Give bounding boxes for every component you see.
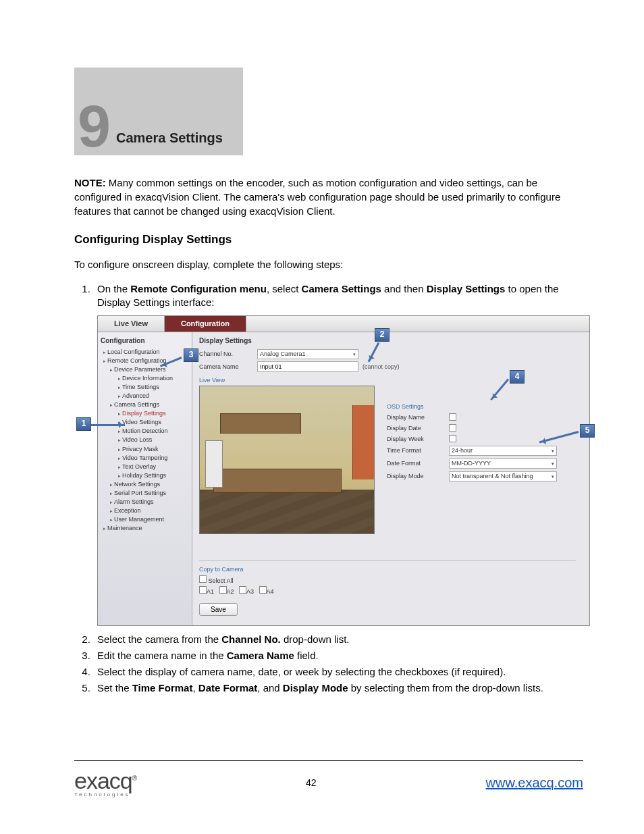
- tree-time-settings[interactable]: Time Settings: [101, 383, 189, 392]
- osd-header: OSD Settings: [387, 402, 583, 411]
- callout-5: 5: [580, 424, 595, 438]
- page-footer: exacq® Technologies 42 www.exacq.com: [74, 768, 583, 798]
- a4-checkbox[interactable]: [259, 586, 267, 594]
- callout-2: 2: [375, 328, 390, 342]
- section-heading: Configuring Display Settings: [74, 233, 583, 246]
- date-format-select[interactable]: MM-DD-YYYY: [449, 459, 557, 469]
- save-button[interactable]: Save: [199, 603, 238, 616]
- tab-live-view[interactable]: Live View: [98, 316, 165, 332]
- select-all-label: Select All: [209, 577, 234, 584]
- copy-to-camera-title: Copy to Camera: [199, 565, 576, 573]
- tree-display-settings[interactable]: Display Settings: [101, 409, 189, 418]
- tree-holiday-settings[interactable]: Holiday Settings: [101, 471, 189, 480]
- footer-url[interactable]: www.exacq.com: [486, 775, 584, 791]
- step-2: Select the camera from the Channel No. d…: [93, 633, 583, 646]
- display-week-checkbox[interactable]: [449, 435, 456, 442]
- camera-name-label: Camera Name: [199, 363, 257, 371]
- note-label: NOTE:: [74, 177, 106, 188]
- tree-exception[interactable]: Exception: [101, 506, 189, 515]
- config-tree: Configuration Local Configuration Remote…: [98, 332, 192, 625]
- tree-maintenance[interactable]: Maintenance: [101, 524, 189, 533]
- tree-video-loss[interactable]: Video Loss: [101, 436, 189, 444]
- live-view-subtitle: Live View: [199, 376, 583, 384]
- intro-text: To configure onscreen display, complete …: [74, 259, 583, 270]
- step-5: Set the Time Format, Date Format, and Di…: [93, 681, 583, 695]
- tab-bar: Live View Configuration: [98, 316, 589, 332]
- select-all-checkbox[interactable]: [199, 575, 207, 583]
- tree-local-config[interactable]: Local Configuration: [101, 348, 189, 357]
- page-number: 42: [306, 777, 317, 788]
- tree-video-tampering[interactable]: Video Tampering: [101, 454, 189, 463]
- copy-to-camera-section: Copy to Camera Select All A1 A2 A3 A4 Sa…: [199, 561, 576, 615]
- note-paragraph: NOTE: Many common settings on the encode…: [74, 176, 583, 218]
- tree-alarm-settings[interactable]: Alarm Settings: [101, 498, 189, 506]
- channel-no-select[interactable]: Analog Camera1: [257, 349, 358, 359]
- display-date-label: Display Date: [387, 424, 449, 432]
- tree-device-info[interactable]: Device Information: [101, 374, 189, 383]
- a2-checkbox[interactable]: [219, 586, 227, 594]
- a3-checkbox[interactable]: [239, 586, 246, 594]
- step-3: Edit the camera name in the Camera Name …: [93, 649, 583, 662]
- tree-camera-settings[interactable]: Camera Settings: [101, 400, 189, 409]
- tree-advanced[interactable]: Advanced: [101, 392, 189, 400]
- tree-user-management[interactable]: User Management: [101, 515, 189, 524]
- time-format-label: Time Format: [387, 446, 449, 454]
- tree-serial-port[interactable]: Serial Port Settings: [101, 489, 189, 498]
- steps-list: On the Remote Configuration menu, select…: [93, 282, 583, 696]
- footer-rule: [74, 760, 583, 761]
- document-page: 9 Camera Settings NOTE: Many common sett…: [0, 0, 644, 834]
- display-date-checkbox[interactable]: [449, 424, 456, 432]
- live-view-frame: [199, 386, 375, 534]
- note-text: Many common settings on the encoder, suc…: [74, 177, 560, 217]
- step-1: On the Remote Configuration menu, select…: [93, 282, 583, 626]
- chapter-banner: 9 Camera Settings: [74, 68, 243, 155]
- display-name-label: Display Name: [387, 413, 449, 421]
- panel-title: Display Settings: [199, 336, 583, 346]
- a1-checkbox[interactable]: [199, 586, 207, 594]
- callout-4: 4: [510, 370, 525, 384]
- tree-device-params[interactable]: Device Parameters: [101, 365, 189, 374]
- display-week-label: Display Week: [387, 435, 449, 443]
- time-format-select[interactable]: 24-hour: [449, 446, 557, 456]
- display-mode-select[interactable]: Not transparent & Not flashing: [449, 471, 557, 481]
- footer-logo: exacq® Technologies: [74, 768, 136, 798]
- callout-1: 1: [76, 417, 91, 431]
- display-name-checkbox[interactable]: [449, 413, 456, 421]
- tab-configuration[interactable]: Configuration: [165, 316, 246, 332]
- date-format-label: Date Format: [387, 459, 449, 467]
- camera-name-input[interactable]: [257, 361, 358, 372]
- callout-3: 3: [184, 348, 198, 362]
- tree-network-settings[interactable]: Network Settings: [101, 480, 189, 489]
- config-main-panel: Display Settings Channel No. Analog Came…: [192, 332, 589, 625]
- chapter-number: 9: [78, 103, 111, 150]
- tree-text-overlay[interactable]: Text Overlay: [101, 463, 189, 471]
- embedded-screenshot: 1 2 3 4 5 Live View Configuration Config…: [97, 315, 590, 626]
- chapter-title: Camera Settings: [116, 130, 223, 150]
- tree-motion-detection[interactable]: Motion Detection: [101, 427, 189, 436]
- step-4: Select the display of camera name, date,…: [93, 665, 583, 679]
- tree-header: Configuration: [101, 336, 189, 346]
- tree-privacy-mask[interactable]: Privacy Mask: [101, 445, 189, 454]
- channel-no-label: Channel No.: [199, 350, 257, 358]
- arrow-1: [91, 424, 125, 426]
- osd-settings-panel: OSD Settings Display Name Display Date D…: [387, 402, 583, 485]
- display-mode-label: Display Mode: [387, 472, 449, 480]
- camera-name-hint: (cannot copy): [363, 363, 400, 371]
